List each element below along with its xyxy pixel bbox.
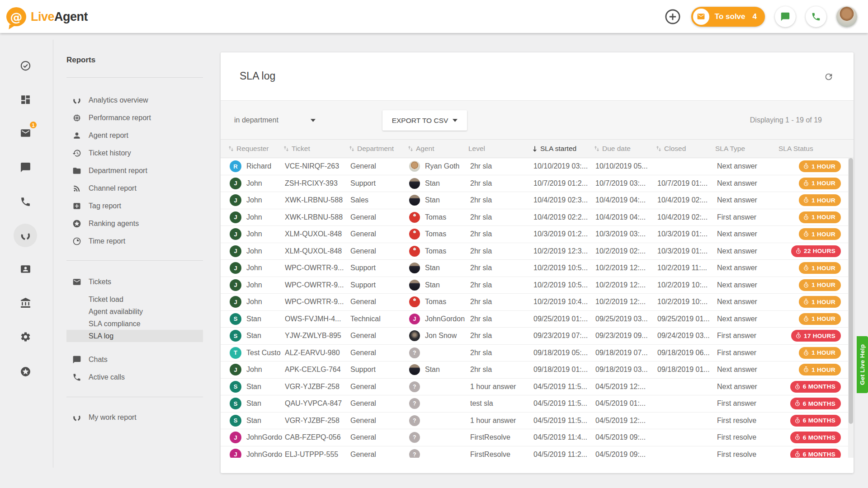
- avatar: T: [230, 347, 241, 359]
- cell-ticket: QAU-YVPCA-847: [285, 399, 350, 408]
- export-csv-button[interactable]: EXPORT TO CSV: [382, 110, 467, 131]
- table-row[interactable]: J John ZSH-RCIXY-393 Support Stan 2hr sl…: [221, 175, 848, 192]
- sidebar-item-tag-report[interactable]: Tag report: [66, 197, 203, 215]
- column-header-agent[interactable]: Agent: [407, 145, 468, 153]
- user-avatar[interactable]: [836, 6, 857, 27]
- sidebar-item-agent-report[interactable]: Agent report: [66, 127, 203, 144]
- table-row[interactable]: T Test Custo ALZ-EARVU-980 General ? 2hr…: [221, 345, 848, 362]
- sidebar-item-ticket-history[interactable]: Ticket history: [66, 144, 203, 162]
- table-row[interactable]: J John XWK-LRBNU-588 General Tomas 2hr s…: [221, 209, 848, 226]
- sidebar-item-active-calls[interactable]: Active calls: [66, 369, 203, 386]
- table-row[interactable]: J John XWK-LRBNU-588 Sales Stan 2hr sla …: [221, 192, 848, 209]
- cell-sla-type: Next answer: [717, 179, 780, 188]
- table-row[interactable]: S Stan OWS-FVJMH-4... Technical J JohnGo…: [221, 311, 848, 328]
- logo-live: Live: [31, 10, 54, 24]
- cell-department: Support: [350, 264, 409, 272]
- rail-item-settings[interactable]: [14, 326, 36, 347]
- cell-requester: John: [246, 213, 285, 221]
- sidebar-item-ranking-agents[interactable]: Ranking agents: [66, 215, 203, 232]
- rail-item-company[interactable]: [14, 292, 36, 314]
- phone-icon: [811, 12, 821, 22]
- to-solve-button[interactable]: To solve 4: [691, 7, 765, 27]
- column-header-sla-started[interactable]: SLA started: [532, 145, 594, 153]
- status-badge: 1 HOUR: [799, 347, 841, 359]
- sidebar-item-my-work-report[interactable]: My work report: [66, 409, 203, 426]
- person-icon: [72, 131, 81, 140]
- avatar: J: [230, 178, 241, 189]
- table-row[interactable]: S Stan VGR-YJZBF-258 General ? 1 hour an…: [221, 379, 848, 396]
- rail-item-tickets[interactable]: 1: [14, 122, 36, 144]
- table-row[interactable]: S Stan YJW-ZWLYB-895 General Jon Snow 2h…: [221, 328, 848, 345]
- chats-quick-button[interactable]: [775, 6, 796, 27]
- table-row[interactable]: J JohnGordo CAB-FZEPQ-056 General ? Firs…: [221, 429, 848, 446]
- avatar: [409, 364, 420, 375]
- column-header-requester[interactable]: Requester: [228, 145, 283, 153]
- topbar: @ LiveAgent To solve 4: [0, 0, 868, 33]
- cell-sla-started: 09/23/2019 07:...: [533, 332, 595, 340]
- cell-agent: Jon Snow: [425, 332, 470, 340]
- chat-icon: [72, 355, 81, 364]
- cell-requester: Richard: [246, 162, 285, 170]
- cell-closed: 10/3/2019 01:...: [657, 247, 717, 255]
- sidebar-item-sla-log[interactable]: SLA log: [66, 330, 203, 342]
- table-row[interactable]: J John APK-CEXLG-764 Support Stan 2hr sl…: [221, 361, 848, 379]
- rail-item-reports[interactable]: [14, 224, 37, 247]
- sidebar-item-ticket-load[interactable]: Ticket load: [66, 293, 203, 305]
- cell-agent-avatar: ?: [409, 432, 425, 443]
- cell-ticket: WPC-OWRTR-9...: [285, 264, 350, 272]
- table-row[interactable]: J John WPC-OWRTR-9... Support Stan 2hr s…: [221, 277, 848, 294]
- rail-item-tasks[interactable]: [14, 55, 36, 76]
- get-live-help-button[interactable]: Get Live Help: [857, 336, 868, 393]
- table-row[interactable]: S Stan VGR-YJZBF-258 General ? 1 hour an…: [221, 413, 848, 430]
- table-row[interactable]: J JohnGordo ELJ-UTPPP-555 General ? Firs…: [221, 446, 848, 458]
- column-header-sla-status[interactable]: SLA Status: [778, 145, 846, 153]
- sidebar-item-analytics-overview[interactable]: Analytics overview: [66, 91, 203, 109]
- rail-item-chats[interactable]: [14, 156, 36, 178]
- sidebar-item-time-report[interactable]: Time report: [66, 232, 203, 250]
- sidebar-item-agent-availability[interactable]: Agent availability: [66, 305, 203, 318]
- sidebar-item-channel-report[interactable]: Channel report: [66, 179, 203, 197]
- table-row[interactable]: J John WPC-OWRTR-9... Support Stan 2hr s…: [221, 260, 848, 277]
- rail-item-contacts[interactable]: [14, 258, 36, 280]
- cell-sla-type: Next answer: [717, 366, 780, 374]
- table-scrollbar[interactable]: [848, 158, 854, 458]
- sidebar-item-performance-report[interactable]: Performance report: [66, 109, 203, 127]
- liveagent-logo[interactable]: @ LiveAgent: [6, 6, 88, 27]
- calls-quick-button[interactable]: [806, 6, 826, 27]
- status-badge: 22 HOURS: [791, 245, 841, 257]
- cell-sla-started: 10/7/2019 01:2...: [533, 179, 595, 188]
- table-row[interactable]: J John XLM-QUXOL-848 General Tomas 2hr s…: [221, 243, 848, 260]
- sidebar-item-department-report[interactable]: Department report: [66, 162, 203, 179]
- sidebar-item-sla-compliance[interactable]: SLA compliance: [66, 318, 203, 330]
- table-row[interactable]: R Richard VCE-NIRQF-263 General Ryan Got…: [221, 158, 848, 175]
- chevron-down-icon: [453, 119, 458, 122]
- add-new-button[interactable]: [664, 8, 681, 25]
- rail-item-gamification[interactable]: [14, 361, 36, 382]
- column-header-department[interactable]: Department: [349, 145, 407, 153]
- rail-item-dashboard[interactable]: [14, 89, 36, 110]
- cell-ticket: VGR-YJZBF-258: [285, 417, 350, 425]
- sidebar-item-tickets[interactable]: Tickets: [66, 273, 203, 291]
- column-header-level[interactable]: Level: [468, 145, 532, 153]
- refresh-button[interactable]: [824, 72, 834, 82]
- cell-level: test sla: [470, 399, 533, 408]
- nav-label: Agent report: [89, 131, 128, 140]
- column-header-due-date[interactable]: Due date: [594, 145, 656, 153]
- column-header-ticket[interactable]: Ticket: [283, 145, 349, 153]
- rail-item-calls[interactable]: [14, 191, 36, 212]
- table-row[interactable]: S Stan QAU-YVPCA-847 General ? test sla …: [221, 395, 848, 413]
- cell-due-date: 10/2/2019 12:...: [595, 264, 657, 272]
- department-filter-select[interactable]: in department: [234, 101, 316, 140]
- cell-due-date: 10/4/2019 04:...: [595, 196, 657, 204]
- column-header-closed[interactable]: Closed: [656, 145, 715, 153]
- sidebar-item-chats[interactable]: Chats: [66, 351, 203, 368]
- table-row[interactable]: J John XLM-QUXOL-848 General Tomas 2hr s…: [221, 226, 848, 243]
- scrollbar-thumb[interactable]: [849, 158, 853, 424]
- column-label: SLA started: [540, 145, 576, 153]
- column-header-sla-type[interactable]: SLA Type: [715, 145, 778, 153]
- folder-icon: [72, 166, 81, 175]
- stopwatch-icon: [803, 366, 809, 373]
- cell-agent-avatar: [409, 246, 425, 257]
- cell-ticket: VCE-NIRQF-263: [285, 162, 350, 170]
- table-row[interactable]: J John WPC-OWRTR-9... General Tomas 2hr …: [221, 294, 848, 311]
